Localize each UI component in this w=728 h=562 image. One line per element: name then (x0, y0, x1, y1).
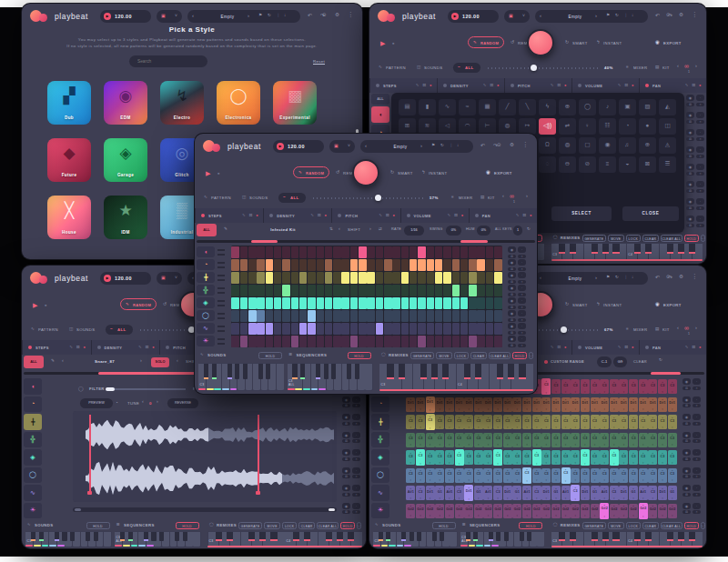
mixer-button[interactable]: MIXER (633, 327, 647, 332)
density-slider-knob[interactable] (375, 195, 381, 201)
channel-tile-2[interactable]: ◔ (371, 396, 389, 413)
sample-icon-tile[interactable]: ▢ (579, 137, 596, 154)
step-cell[interactable] (435, 259, 443, 271)
stop-button[interactable]: ▪ (392, 40, 394, 46)
black-key[interactable] (235, 364, 239, 379)
step-cell[interactable] (443, 297, 451, 309)
pitch-cell[interactable]: ▴C3▾ (581, 433, 590, 447)
row-mini-control[interactable] (217, 287, 225, 289)
pitch-cell[interactable]: ▴C3▾ (581, 449, 590, 466)
pitch-cell[interactable]: ▴C3▾ (581, 468, 590, 483)
pitch-cell[interactable]: ▴D#1▾ (591, 397, 600, 412)
step-cell[interactable] (427, 310, 435, 322)
smart-button[interactable]: SMART (398, 171, 413, 176)
tab-steps[interactable]: STEPS✎⚄● (369, 78, 437, 93)
all-filter-pill[interactable]: –ALL (453, 63, 480, 73)
step-cell[interactable] (376, 323, 384, 335)
gear-icon[interactable]: ⚙ (679, 275, 683, 280)
pitch-cell[interactable]: ▴G#2▾ (648, 504, 657, 518)
step-cell[interactable] (401, 310, 410, 322)
black-key[interactable] (689, 244, 695, 254)
step-cell[interactable] (317, 285, 325, 296)
pitch-cell[interactable]: ▴D#1▾ (541, 397, 551, 412)
remix-extra-button[interactable]: ▫ (357, 522, 361, 530)
pitch-cell[interactable]: ▴C3▾ (600, 379, 609, 394)
black-key[interactable] (212, 364, 217, 379)
pitch-cell[interactable]: ▴C3▾ (561, 433, 571, 447)
black-key[interactable] (248, 532, 255, 541)
white-key[interactable] (537, 532, 544, 547)
row-mini-control[interactable] (217, 305, 225, 306)
loop-infinity-icon[interactable]: ∞ (684, 63, 689, 69)
pitch-cell[interactable]: ▴C3▾ (619, 415, 628, 429)
row-mute-icon[interactable]: ∙ (518, 285, 526, 291)
black-key[interactable] (475, 364, 481, 379)
gear-icon[interactable]: ⚙ (679, 13, 683, 18)
pitch-cell[interactable]: ▴D#1▾ (503, 486, 512, 500)
step-cell[interactable] (376, 310, 384, 322)
step-cell[interactable] (410, 272, 418, 284)
export-button[interactable]: EXPORT (663, 303, 682, 307)
tab-steps[interactable]: STEPS✎⚄● (22, 340, 91, 355)
step-cell[interactable] (376, 259, 384, 271)
step-cell[interactable] (401, 246, 410, 258)
row-mini-control[interactable] (217, 317, 225, 319)
step-cell[interactable] (274, 323, 282, 335)
play-button[interactable]: ▶ (33, 302, 37, 308)
step-cell[interactable] (282, 336, 290, 347)
step-cell[interactable] (435, 297, 443, 309)
pitch-cell[interactable]: ▴D#1▾ (648, 397, 657, 412)
row-mini-control[interactable] (217, 275, 225, 276)
pitch-cell[interactable]: ▴C3▾ (658, 433, 667, 447)
step-cell[interactable] (317, 310, 325, 322)
pitch-cell[interactable]: ▴D#1▾ (581, 486, 590, 500)
pitch-cell[interactable]: ▴D#1▾ (464, 397, 473, 412)
pitch-cell[interactable]: ▴C3▾ (639, 450, 648, 465)
black-key[interactable] (183, 532, 187, 541)
pitch-cell[interactable]: ▴D#1▾ (522, 397, 531, 412)
channel-tile-7[interactable]: ∿ (371, 485, 389, 501)
step-cell[interactable] (486, 259, 494, 271)
globe-icon[interactable]: ⊙ (322, 13, 327, 18)
main-knob[interactable] (527, 29, 554, 56)
row-mute-icon[interactable]: ∙ (693, 449, 701, 456)
step-cell[interactable] (248, 297, 257, 309)
remix-clear_all-button[interactable]: CLEAR ALL (661, 522, 682, 530)
undo-icon[interactable]: ↶ (308, 13, 312, 18)
pitch-cell[interactable]: ▴G#2▾ (522, 504, 531, 518)
pitch-cell[interactable]: ▴C3▾ (561, 450, 571, 465)
pitch-cell[interactable]: ▴A#1▾ (445, 486, 454, 500)
step-cell[interactable] (291, 259, 299, 271)
row-lock-icon[interactable]: ▯ (352, 439, 360, 443)
white-key[interactable] (365, 364, 372, 390)
step-cell[interactable] (341, 323, 349, 335)
bpm-display[interactable]: ▶120.00 (100, 10, 151, 23)
step-cell[interactable] (231, 323, 239, 335)
remix-hold-button[interactable]: HOLD (512, 352, 527, 360)
kit-button[interactable]: KIT (488, 196, 495, 200)
pitch-cell[interactable]: ▴C3▾ (522, 450, 531, 465)
black-key[interactable] (316, 364, 320, 379)
pitch-cell[interactable]: ▴D#1▾ (426, 486, 435, 500)
step-cell[interactable] (469, 246, 477, 258)
black-key[interactable] (128, 532, 133, 541)
tab-density[interactable]: DENSITY✎⚄● (437, 78, 504, 93)
black-key[interactable] (120, 532, 125, 541)
black-key[interactable] (520, 532, 524, 541)
black-key[interactable] (144, 532, 148, 541)
step-cell[interactable] (257, 297, 265, 309)
step-cell[interactable] (299, 259, 308, 271)
sounds-hold-button[interactable]: HOLD (432, 522, 456, 530)
row-speaker-icon[interactable]: ◉ (686, 146, 694, 153)
row-dice-icon[interactable]: ⚄ (508, 344, 516, 347)
pitch-cell[interactable]: ▴C3▾ (455, 415, 464, 429)
white-key[interactable] (537, 244, 544, 260)
solo-pill[interactable]: SOLO (151, 357, 169, 367)
step-cell[interactable] (359, 336, 367, 347)
pitch-cell[interactable]: ▴C3▾ (483, 450, 492, 465)
pitch-cell[interactable]: ▴C3▾ (532, 486, 541, 500)
all-rows-tile[interactable]: ALL (197, 224, 217, 236)
sample-icon-tile[interactable]: ╱ (499, 99, 516, 115)
step-cell[interactable] (443, 310, 451, 322)
black-key[interactable] (243, 364, 248, 379)
